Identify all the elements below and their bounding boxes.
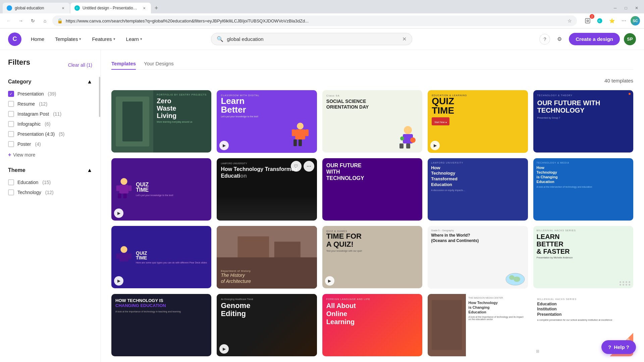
settings-icon-button[interactable]: ⚙ — [554, 34, 565, 45]
template-card-social-science[interactable]: Class 9A SOCIAL SCIENCEORIENTATION DAY — [322, 90, 422, 153]
url-bar[interactable]: 🔒 https://www.canva.com/search/templates… — [52, 15, 577, 26]
template-card-future-purple[interactable]: OUR FUTUREWITHTECHNOLOGY — [322, 158, 422, 221]
filter-education-label: Education — [17, 180, 38, 185]
like-button[interactable]: ♡ — [291, 161, 302, 172]
sidebar-scrollbar — [99, 77, 100, 117]
template-card-genome[interactable]: An Emerging Healthcare Trend GenomeEditi… — [217, 294, 317, 357]
template-card-quiz-yellow[interactable]: EDUCATION & LEARNING QUIZTIME Start Now … — [428, 90, 528, 153]
extensions-icon[interactable] — [582, 15, 593, 26]
tab-bar: global education ✕ C Untitled design - P… — [0, 0, 644, 13]
help-icon-button[interactable]: ? — [539, 34, 550, 45]
template-card-history[interactable]: Department of History The Historyof Arch… — [217, 226, 317, 289]
nav-templates[interactable]: Templates ▾ — [54, 34, 83, 45]
filter-instagram[interactable]: Instagram Post (11) — [8, 109, 92, 119]
filter-technology[interactable]: Technology (12) — [8, 187, 92, 197]
filter-infographic-label: Infographic — [17, 121, 41, 127]
tab-close-1[interactable]: ✕ — [60, 5, 66, 11]
template-card-online-learning[interactable]: FOREIGN LANGUAGE AND LIFE All AboutOnlin… — [322, 294, 422, 356]
filter-education-count: (15) — [42, 180, 51, 185]
checkbox-instagram[interactable] — [8, 111, 14, 117]
filter-presentation[interactable]: ✓ Presentation (39) — [8, 89, 92, 99]
help-question-icon: ? — [608, 344, 611, 350]
bookmark-icon[interactable]: ☆ — [566, 17, 573, 24]
checkbox-resume[interactable] — [8, 101, 14, 107]
category-section-header[interactable]: Category ▲ — [8, 79, 92, 85]
filter-poster[interactable]: Poster (4) — [8, 139, 92, 149]
help-float-button[interactable]: ? Help ? — [601, 340, 636, 354]
search-clear-button[interactable]: ✕ — [402, 36, 407, 42]
template-card-quiz-purple2[interactable]: QUIZTIME Here are some quiz types you ca… — [111, 226, 211, 288]
search-icon: 🔍 — [217, 36, 223, 42]
template-card-how-tech-changing[interactable]: HOW TECHNOLOGY ISCHANGING EDUCATION A lo… — [111, 294, 211, 356]
new-tab-button[interactable]: + — [152, 3, 161, 13]
template-card-how-tech-right[interactable]: TECHNOLOGY & MEDIA HowTechnologyis Chang… — [533, 158, 633, 221]
filter-presentation-43[interactable]: Presentation (4:3) (5) — [8, 129, 92, 139]
category-section: Category ▲ ✓ Presentation (39) Resume (1… — [8, 79, 92, 161]
theme-section-header[interactable]: Theme ▲ — [8, 167, 92, 173]
home-button[interactable]: ⌂ — [40, 16, 50, 25]
maximize-button[interactable]: □ — [621, 3, 631, 13]
star-extension-icon[interactable]: ⭐ — [606, 15, 617, 26]
checkbox-infographic[interactable] — [8, 121, 14, 127]
checkbox-education[interactable] — [8, 179, 14, 185]
nav-learn[interactable]: Learn ▾ — [125, 34, 144, 45]
reload-button[interactable]: ↻ — [28, 16, 38, 25]
back-button[interactable]: ← — [4, 16, 13, 25]
tab-close-2[interactable]: ✕ — [142, 5, 147, 11]
filter-education[interactable]: Education (15) — [8, 177, 92, 187]
theme-section-title: Theme — [8, 167, 25, 173]
learn-chevron: ▾ — [140, 37, 142, 41]
close-window-button[interactable]: ✕ — [632, 3, 641, 13]
filter-poster-label: Poster — [17, 141, 31, 147]
template-card-future-tech[interactable]: TECHNOLOGY & THEORY OUR FUTURE WITHTECHN… — [533, 90, 633, 153]
filter-resume-count: (12) — [39, 101, 47, 107]
checkbox-poster[interactable] — [8, 141, 14, 147]
template-card-learn-faster[interactable]: MILLENNIAL HACKS SERIES LEARNBETTER& FAS… — [533, 226, 633, 288]
nav-features[interactable]: Features ▾ — [91, 34, 116, 45]
canva-logo[interactable]: C — [8, 33, 21, 46]
browser-tab-1[interactable]: global education ✕ — [3, 3, 70, 13]
template-card-where-world[interactable]: Grade 5 – Geography Where in the World?(… — [428, 226, 528, 289]
category-section-title: Category — [8, 79, 31, 85]
browser-tab-2[interactable]: C Untitled design - Presentation (1 ✕ — [70, 3, 151, 13]
filter-infographic[interactable]: Infographic (6) — [8, 119, 92, 129]
tab-your-designs[interactable]: Your Designs — [144, 58, 174, 70]
browser-toolbar-icons: C ⭐ ⋯ SC — [582, 15, 640, 26]
templates-grid: PORTFOLIO BY SENTRY PROJECTS ZeroWasteLi… — [111, 90, 633, 356]
view-more-category[interactable]: + View more — [8, 149, 92, 161]
browser-profile[interactable]: SC — [631, 16, 640, 25]
search-input[interactable] — [227, 36, 399, 42]
tab-favicon-2: C — [74, 5, 80, 11]
nav-home[interactable]: Home — [30, 34, 46, 45]
template-card-how-tech-blue[interactable]: LAMFORD UNIVERSITY HowTechnologyTransfor… — [428, 158, 528, 221]
filter-presentation-43-count: (5) — [59, 131, 64, 137]
template-card-quiz-purple1[interactable]: QUIZTIME Let's put your knowledge to the… — [111, 158, 211, 221]
filter-poster-count: (4) — [35, 141, 41, 147]
filter-presentation-count: (39) — [48, 91, 56, 97]
checkbox-technology[interactable] — [8, 189, 14, 195]
template-card-how-tech-dark[interactable]: LAMFORD UNIVERSITY How Technology Transf… — [217, 158, 317, 221]
create-design-button[interactable]: Create a design — [569, 33, 620, 45]
minimize-button[interactable]: ─ — [610, 3, 620, 13]
theme-section: Theme ▲ Education (15) Technology (12) — [8, 167, 92, 197]
template-card-how-tech-edu[interactable]: THE MADISON MEDIA CENTER How Technologyi… — [428, 294, 528, 357]
checkbox-presentation[interactable]: ✓ — [8, 91, 14, 97]
more-button[interactable]: ⋯ — [619, 15, 629, 26]
nav-home-label: Home — [31, 36, 44, 42]
template-card-time-quiz[interactable]: QUIZ & GAMES TIME FORA QUIZ! Test your k… — [322, 226, 422, 288]
card-gradient — [217, 195, 317, 221]
lock-icon: 🔒 — [56, 17, 63, 24]
search-bar[interactable]: 🔍 ✕ — [211, 33, 412, 45]
template-card-zero-waste[interactable]: PORTFOLIO BY SENTRY PROJECTS ZeroWasteLi… — [111, 90, 211, 153]
sidebar: Filters Clear all (1) Category ▲ ✓ Prese… — [0, 50, 101, 362]
more-options-button[interactable]: ⋯ — [304, 161, 314, 172]
user-avatar[interactable]: SP — [624, 33, 636, 45]
canva-extension-icon[interactable]: C — [594, 15, 605, 26]
checkbox-presentation-43[interactable] — [8, 131, 14, 137]
forward-button[interactable]: → — [16, 16, 25, 25]
template-card-learn-better[interactable]: CLASSROOM WITH DIGITAL LearnBetter Let's… — [217, 90, 317, 153]
clear-all-link[interactable]: Clear all (1) — [68, 62, 92, 68]
filter-resume[interactable]: Resume (12) — [8, 99, 92, 109]
filter-presentation-label: Presentation — [17, 91, 44, 97]
tab-templates[interactable]: Templates — [111, 58, 136, 70]
